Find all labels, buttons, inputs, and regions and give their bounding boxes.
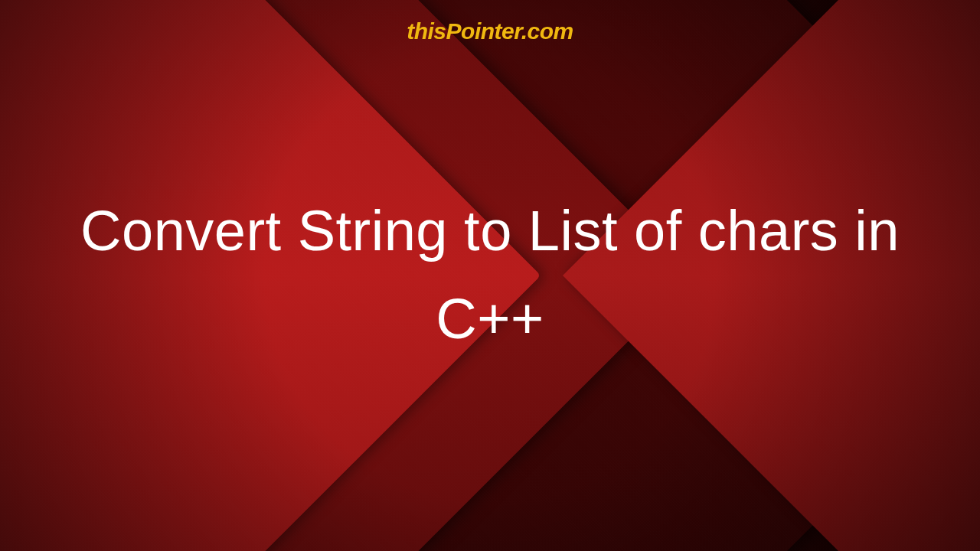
site-logo: thisPointer.com (407, 18, 573, 44)
logo-main: Pointer (446, 18, 521, 44)
logo-prefix: this (407, 18, 446, 44)
banner-canvas: thisPointer.com Convert String to List o… (0, 0, 980, 551)
page-title: Convert String to List of chars in C++ (49, 187, 931, 363)
logo-suffix: .com (521, 18, 573, 44)
